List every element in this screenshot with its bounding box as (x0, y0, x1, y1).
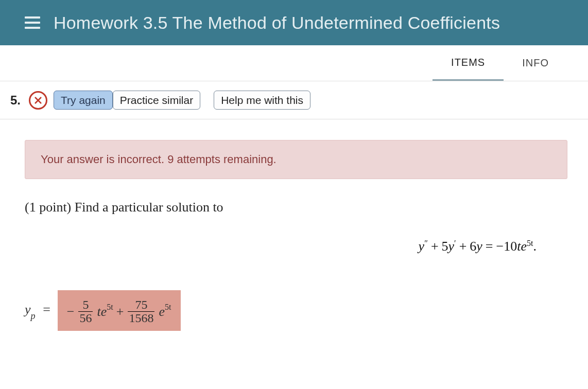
label-sub: p (31, 311, 36, 321)
page-title: Homework 3.5 The Method of Undetermined … (54, 13, 500, 33)
eq-y1: y (419, 239, 425, 254)
ans-e2: e (159, 305, 165, 319)
content-area: Your answer is incorrect. 9 attempts rem… (0, 119, 588, 351)
answer-row: yp = − 5 56 te5t + 75 1568 e5t (25, 290, 567, 331)
ans-frac2-num: 75 (134, 298, 148, 311)
action-button-group: Try again Practice similar (54, 91, 200, 110)
eq-y2: y (448, 239, 455, 254)
tab-info[interactable]: INFO (504, 45, 567, 81)
help-button[interactable]: Help me with this (214, 91, 310, 110)
eq-coef1: 5 (442, 239, 448, 254)
eq-plus1: + (431, 239, 439, 254)
label-y: y (25, 302, 31, 317)
answer-label: yp = (25, 302, 56, 320)
eq-exp: 5t (527, 239, 533, 248)
try-again-button[interactable]: Try again (54, 91, 113, 110)
eq-y3: y (476, 239, 482, 254)
problem-prompt: (1 point) Find a particular solution to (25, 200, 567, 215)
eq-equals: = (486, 239, 493, 254)
ans-exp1: 5t (107, 303, 113, 311)
ans-plus: + (116, 305, 124, 319)
eq-prime: ′ (454, 239, 456, 248)
label-eq: = (43, 302, 50, 317)
question-number: 5. (10, 93, 21, 108)
eq-period: . (533, 239, 537, 254)
student-answer-box[interactable]: − 5 56 te5t + 75 1568 e5t (58, 290, 181, 331)
feedback-alert: Your answer is incorrect. 9 attempts rem… (25, 140, 567, 179)
ans-frac1-den: 56 (78, 311, 93, 325)
eq-t: t (517, 239, 521, 254)
incorrect-icon (29, 91, 47, 110)
top-bar: Homework 3.5 The Method of Undetermined … (0, 0, 588, 45)
eq-double-prime: ″ (424, 239, 428, 248)
ans-neg: − (67, 305, 75, 319)
eq-rhs-coef: 10 (504, 239, 517, 254)
ans-frac1: 5 56 (78, 298, 93, 325)
eq-neg: − (496, 239, 504, 254)
practice-similar-button[interactable]: Practice similar (113, 91, 200, 110)
ans-te1: te (97, 305, 107, 319)
tab-items[interactable]: ITEMS (433, 45, 504, 81)
eq-coef2: 6 (470, 239, 476, 254)
ans-exp2: 5t (165, 303, 171, 311)
hamburger-menu-icon[interactable] (25, 15, 40, 30)
tab-bar: ITEMS INFO (0, 45, 588, 81)
ans-frac2-den: 1568 (128, 311, 154, 325)
ans-frac2: 75 1568 (128, 298, 154, 325)
eq-plus2: + (459, 239, 467, 254)
eq-e: e (521, 239, 527, 254)
ans-frac1-num: 5 (81, 298, 90, 311)
question-toolbar: 5. Try again Practice similar Help me wi… (0, 81, 588, 119)
differential-equation: y″ + 5y′ + 6y = −10te5t. (25, 239, 567, 254)
